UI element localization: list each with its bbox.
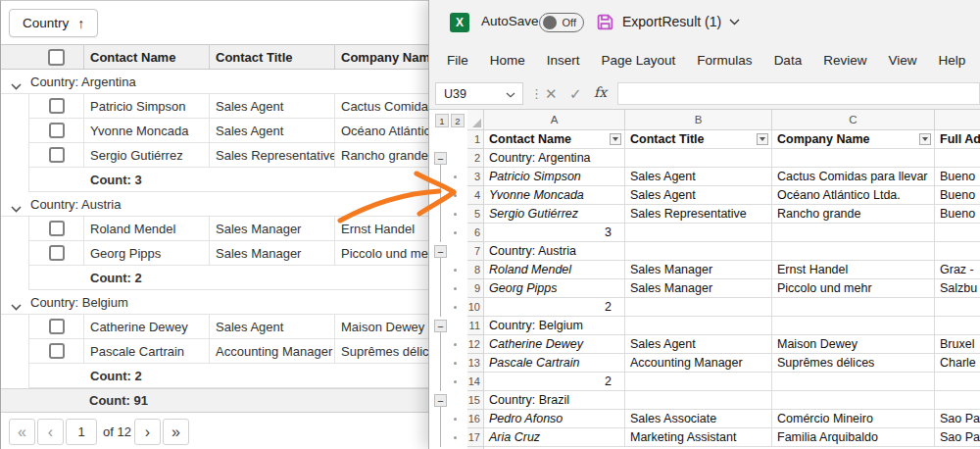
- insert-function-icon[interactable]: fx: [594, 84, 607, 100]
- sheet-cell[interactable]: Bueno: [935, 186, 980, 205]
- sheet-cell[interactable]: [625, 317, 772, 335]
- column-header-b[interactable]: B: [625, 110, 772, 130]
- row-header-3[interactable]: 3: [467, 168, 484, 186]
- row-checkbox[interactable]: [49, 343, 65, 359]
- autosave-toggle[interactable]: Off: [539, 13, 584, 32]
- sheet-cell[interactable]: Company Name: [772, 130, 935, 149]
- formula-bar-input[interactable]: [617, 82, 980, 105]
- row-header-14[interactable]: 14: [467, 373, 484, 391]
- sheet-cell[interactable]: Maison Dewey: [772, 335, 935, 354]
- sheet-cell[interactable]: Sales Agent: [625, 335, 772, 354]
- row-header-12[interactable]: 12: [467, 335, 484, 354]
- sheet-cell[interactable]: Piccolo und mehr: [772, 279, 935, 298]
- row-header-10[interactable]: 10: [467, 298, 484, 317]
- sheet-cell[interactable]: Sales Agent: [625, 186, 772, 205]
- ribbon-tab-formulas[interactable]: Formulas: [686, 44, 762, 77]
- sheet-cell[interactable]: Roland Mendel: [484, 261, 625, 279]
- chevron-down-icon[interactable]: [11, 201, 22, 216]
- sheet-cell[interactable]: Océano Atlántico Ltda.: [772, 186, 935, 205]
- sheet-cell[interactable]: Full Ad: [935, 130, 980, 149]
- sheet-cell[interactable]: Salzbu: [935, 279, 980, 298]
- pager-next-button[interactable]: ›: [134, 419, 161, 445]
- row-checkbox[interactable]: [49, 221, 65, 236]
- sheet-cell[interactable]: [625, 224, 772, 242]
- outline-collapse-button[interactable]: −: [434, 394, 447, 407]
- sheet-cell[interactable]: [772, 391, 935, 410]
- sheet-cell[interactable]: [772, 224, 935, 242]
- sheet-cell[interactable]: Sergio Gutiérrez: [484, 205, 625, 224]
- sheet-cell[interactable]: Bueno: [935, 168, 980, 186]
- sheet-cell[interactable]: Marketing Assistant: [625, 428, 772, 447]
- pager-first-button[interactable]: «: [9, 419, 35, 445]
- sheet-cell[interactable]: [935, 224, 980, 242]
- row-checkbox[interactable]: [49, 147, 65, 163]
- ribbon-tab-insert[interactable]: Insert: [536, 44, 591, 77]
- sheet-cell[interactable]: [935, 298, 980, 317]
- filter-dropdown-button[interactable]: [610, 133, 621, 145]
- save-icon[interactable]: [596, 13, 614, 35]
- sheet-cell[interactable]: Georg Pipps: [484, 279, 625, 298]
- ribbon-tab-file[interactable]: File: [436, 44, 479, 77]
- sheet-cell[interactable]: [625, 242, 772, 261]
- outline-level-button-1[interactable]: 1: [435, 114, 449, 127]
- sheet-cell[interactable]: Sales Manager: [625, 261, 772, 279]
- sheet-cell[interactable]: Pedro Afonso: [484, 410, 625, 428]
- sheet-cell[interactable]: Bueno: [935, 205, 980, 224]
- sheet-cell[interactable]: [625, 298, 772, 317]
- sheet-cell[interactable]: Catherine Dewey: [484, 335, 625, 354]
- ribbon-tab-data[interactable]: Data: [763, 44, 813, 77]
- sheet-cell[interactable]: [772, 373, 935, 391]
- outline-level-button-2[interactable]: 2: [451, 114, 465, 127]
- row-header-4[interactable]: 4: [467, 186, 484, 205]
- sheet-cell[interactable]: Sales Manager: [625, 279, 772, 298]
- sheet-cell[interactable]: Sales Associate: [625, 410, 772, 428]
- pager-prev-button[interactable]: ‹: [37, 419, 64, 445]
- sheet-cell[interactable]: Aria Cruz: [484, 428, 625, 447]
- row-header-16[interactable]: 16: [467, 410, 484, 428]
- row-header-11[interactable]: 11: [467, 317, 484, 335]
- enter-icon[interactable]: ✓: [569, 85, 582, 103]
- row-header-1[interactable]: 1: [467, 130, 484, 149]
- row-checkbox[interactable]: [49, 123, 65, 138]
- row-header-13[interactable]: 13: [467, 354, 484, 373]
- sheet-cell[interactable]: Suprêmes délices: [772, 354, 935, 373]
- row-header-17[interactable]: 17: [467, 428, 484, 447]
- chevron-down-icon[interactable]: [11, 78, 22, 93]
- column-header-contact-title[interactable]: Contact Title: [210, 45, 335, 69]
- ribbon-tab-view[interactable]: View: [877, 44, 927, 77]
- sheet-cell[interactable]: [625, 373, 772, 391]
- ribbon-tab-help[interactable]: Help: [927, 44, 976, 77]
- sheet-cell[interactable]: Country: Belgium: [484, 317, 625, 335]
- sheet-cell[interactable]: 2: [484, 373, 625, 391]
- sheet-cell[interactable]: [772, 317, 935, 335]
- sheet-cell[interactable]: Patricio Simpson: [484, 168, 625, 186]
- row-header-15[interactable]: 15: [467, 391, 484, 410]
- outline-collapse-button[interactable]: −: [434, 245, 447, 258]
- sheet-cell[interactable]: Sao Pa: [935, 410, 980, 428]
- filter-dropdown-button[interactable]: [919, 133, 931, 145]
- outline-collapse-button[interactable]: −: [434, 320, 447, 332]
- sheet-cell[interactable]: Comércio Mineiro: [772, 410, 935, 428]
- sheet-cell[interactable]: Ernst Handel: [772, 261, 935, 279]
- sheet-cell[interactable]: [935, 373, 980, 391]
- row-checkbox[interactable]: [49, 319, 65, 334]
- group-by-chip[interactable]: Country ↑: [9, 9, 98, 37]
- sheet-cell[interactable]: [935, 242, 980, 261]
- select-all-corner[interactable]: [467, 110, 484, 130]
- sheet-cell[interactable]: Graz -: [935, 261, 980, 279]
- sheet-cell[interactable]: [935, 149, 980, 168]
- sheet-cell[interactable]: Contact Name: [484, 130, 625, 149]
- sheet-cell[interactable]: [935, 391, 980, 410]
- sheet-cell[interactable]: Cactus Comidas para llevar: [772, 168, 935, 186]
- pager-last-button[interactable]: »: [163, 419, 189, 445]
- sheet-cell[interactable]: Accounting Manager: [625, 354, 772, 373]
- column-header-contact-name[interactable]: Contact Name: [84, 45, 210, 69]
- cancel-icon[interactable]: ✕: [545, 85, 558, 103]
- row-header-6[interactable]: 6: [467, 224, 484, 242]
- row-checkbox[interactable]: [49, 245, 65, 261]
- chevron-down-icon[interactable]: [11, 299, 22, 314]
- sheet-cell[interactable]: Bruxel: [935, 335, 980, 354]
- row-header-5[interactable]: 5: [467, 205, 484, 224]
- select-all-checkbox[interactable]: [48, 49, 65, 66]
- row-header-2[interactable]: 2: [467, 149, 484, 168]
